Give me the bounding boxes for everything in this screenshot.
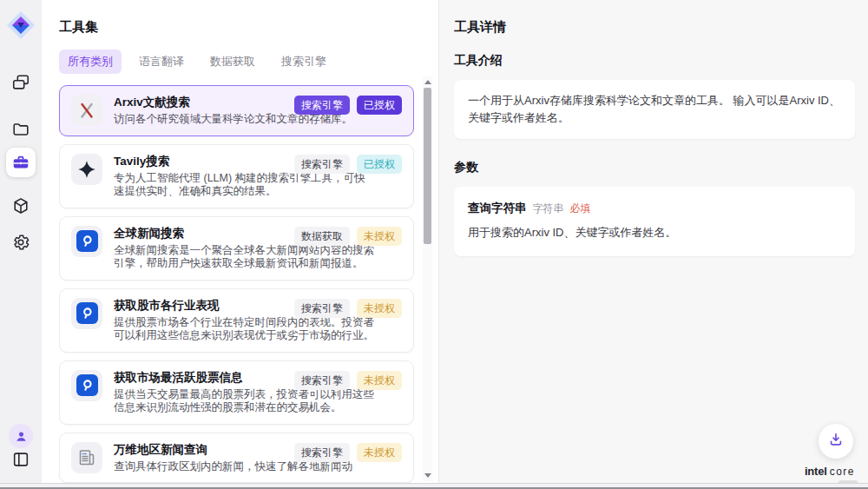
layout-panel-icon[interactable] [11,450,30,469]
intel-logo-text: intel [805,465,827,478]
download-icon [827,431,845,452]
user-icon [14,429,29,444]
tool-card[interactable]: 万维地区新闻查询 查询具体行政区划内的新闻，快速了解各地新闻动 搜索引擎 未授权 [59,433,414,484]
auth-status-badge: 未授权 [357,371,402,390]
scrollbar-down-arrow-icon[interactable] [424,473,431,478]
param-description: 用于搜索的Arxiv ID、关键字或作者姓名。 [468,225,841,241]
category-tabs: 所有类别 语言翻译 数据获取 搜索引擎 [59,50,414,74]
tool-description: 提供当天交易量最高的股票列表，投资者可以利用这些信息来识别流动性强的股票和潜在的… [114,388,376,415]
intro-card: 一个用于从Arxiv存储库搜索科学论文和文章的工具。 输入可以是Arxiv ID… [454,80,855,139]
tool-description: 全球新闻搜索是一个聚合全球各大新闻网站内容的搜索引擎，帮助用户快速获取全球最新资… [114,244,376,271]
tools-panel-title: 工具集 [59,19,414,36]
auth-status-badge: 已授权 [357,155,402,174]
folder-icon[interactable] [11,120,30,139]
category-badge: 搜索引擎 [294,443,350,462]
intro-heading: 工具介绍 [454,53,855,69]
tab-all-categories[interactable]: 所有类别 [59,50,122,74]
tool-card[interactable]: 全球新闻搜索 全球新闻搜索是一个聚合全球各大新闻网站内容的搜索引擎，帮助用户快速… [59,216,414,281]
auth-status-badge: 未授权 [357,443,402,462]
tool-card[interactable]: Arxiv文献搜索 访问各个研究领域大量科学论文和文章的存储库。 搜索引擎 已授… [59,85,414,136]
tool-card[interactable]: 获取市场最活跃股票信息 提供当天交易量最高的股票列表，投资者可以利用这些信息来识… [59,360,414,425]
auth-status-badge: 已授权 [357,96,402,115]
tool-card[interactable]: Tavily搜索 专为人工智能代理 (LLM) 构建的搜索引擎工具，可快速提供实… [59,144,414,208]
tab-data-acquisition[interactable]: 数据获取 [201,50,264,74]
toolbox-icon [11,153,30,172]
tool-card[interactable]: 获取股市各行业表现 提供股票市场各个行业在特定时间段内的表现。投资者可以利用这些… [59,288,414,353]
tool-description: 查询具体行政区划内的新闻，快速了解各地新闻动 [114,460,376,474]
cube-icon[interactable] [11,196,30,215]
param-required-label: 必填 [570,202,591,216]
params-heading: 参数 [454,160,855,175]
sidebar-item-toolbox-active[interactable] [6,148,36,177]
tool-list: Arxiv文献搜索 访问各个研究领域大量科学论文和文章的存储库。 搜索引擎 已授… [59,85,414,483]
tool-description: 访问各个研究领域大量科学论文和文章的存储库。 [114,113,376,127]
user-avatar-button[interactable] [9,424,33,448]
news-icon [71,442,102,473]
search-blue-icon [71,298,102,329]
chat-icon[interactable] [11,73,30,92]
tab-search-engine[interactable]: 搜索引擎 [273,50,335,74]
arxiv-icon [71,95,102,126]
scrollbar-thumb[interactable] [424,88,431,244]
core-logo-text: core [830,466,855,478]
settings-gear-icon[interactable] [11,233,30,252]
sparkle-icon [71,154,102,185]
download-button[interactable] [819,424,853,459]
auth-status-badge: 未授权 [357,227,402,246]
tool-details-panel: 工具详情 工具介绍 一个用于从Arxiv存储库搜索科学论文和文章的工具。 输入可… [438,0,868,483]
tools-panel: 工具集 所有类别 语言翻译 数据获取 搜索引擎 Arxiv文献搜索 访问各个研究… [42,0,438,483]
tab-language-translation[interactable]: 语言翻译 [130,50,193,74]
param-card: 查询字符串 字符串 必填 用于搜索的Arxiv ID、关键字或作者姓名。 [454,187,855,256]
category-badge: 搜索引擎 [294,96,350,115]
category-badge: 搜索引擎 [294,155,350,174]
scrollbar-up-arrow-icon[interactable] [424,80,431,84]
category-badge: 搜索引擎 [294,299,350,318]
tool-description: 专为人工智能代理 (LLM) 构建的搜索引擎工具，可快速提供实时、准确和真实的结… [114,172,376,199]
icon-sidebar [0,0,42,483]
category-badge: 搜索引擎 [294,371,350,390]
intro-text: 一个用于从Arxiv存储库搜索科学论文和文章的工具。 输入可以是Arxiv ID… [468,94,840,124]
tool-description: 提供股票市场各个行业在特定时间段内的表现。投资者可以利用这些信息来识别表现优于或… [114,316,376,343]
category-badge: 数据获取 [294,227,350,246]
param-name: 查询字符串 [468,201,527,216]
param-type: 字符串 [533,202,564,216]
list-scrollbar[interactable] [423,76,432,481]
search-blue-icon [71,226,102,257]
app-logo-icon [6,10,36,40]
details-title: 工具详情 [454,19,855,36]
auth-status-badge: 未授权 [357,299,402,318]
search-blue-icon [71,370,102,401]
